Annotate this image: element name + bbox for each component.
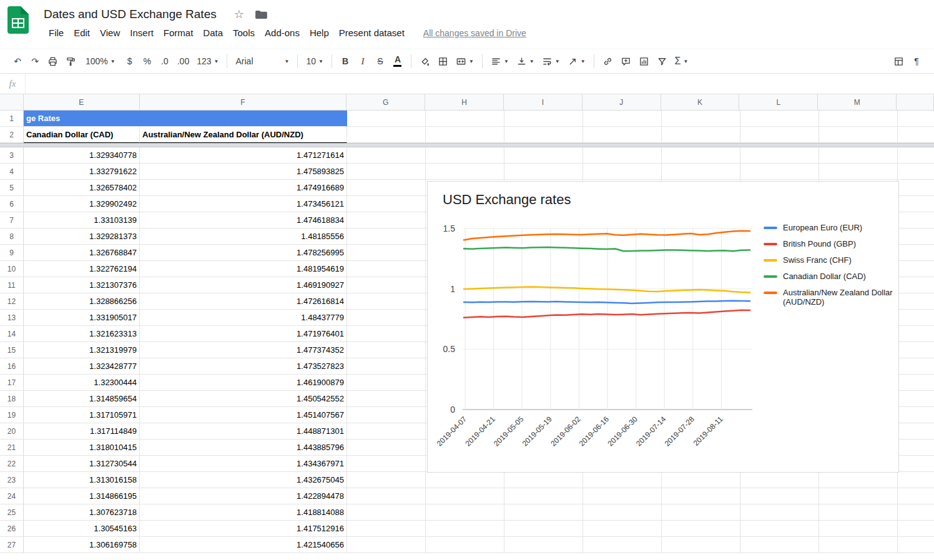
formula-input[interactable] — [26, 74, 934, 94]
column-header-J[interactable]: J — [583, 94, 661, 110]
cell[interactable]: 1.317105971 — [24, 407, 140, 423]
row-header-8[interactable]: 8 — [0, 228, 24, 245]
cell[interactable] — [347, 488, 426, 504]
chart-container[interactable]: USD Exchange rates 00.511.52019-04-07201… — [427, 181, 899, 473]
cell[interactable] — [504, 472, 583, 488]
cell[interactable]: 1.432675045 — [140, 472, 347, 488]
cell[interactable] — [898, 164, 934, 180]
row-header-12[interactable]: 12 — [0, 293, 24, 310]
cell[interactable] — [898, 212, 934, 228]
column-header-L[interactable]: L — [739, 94, 818, 110]
cell[interactable]: 1.448871301 — [140, 423, 347, 440]
cell[interactable]: 1.451407567 — [140, 407, 347, 423]
cell[interactable] — [898, 261, 934, 277]
menu-file[interactable]: File — [44, 26, 69, 40]
cell[interactable]: 1.314859654 — [24, 391, 140, 407]
cell[interactable]: 1.443885796 — [140, 440, 347, 456]
cell[interactable] — [898, 277, 934, 293]
menu-tools[interactable]: Tools — [228, 26, 260, 40]
row-header-23[interactable]: 23 — [0, 472, 24, 488]
row-header-22[interactable]: 22 — [0, 456, 24, 472]
row-header-26[interactable]: 26 — [0, 521, 24, 537]
cell[interactable]: 1.481954619 — [140, 261, 347, 277]
cell[interactable] — [898, 342, 934, 358]
cell[interactable] — [898, 293, 934, 310]
row-header-14[interactable]: 14 — [0, 326, 24, 342]
cell[interactable] — [504, 127, 583, 143]
column-header-partial[interactable] — [897, 94, 934, 110]
cell[interactable] — [426, 521, 504, 537]
cell[interactable] — [662, 504, 740, 521]
cell[interactable] — [898, 521, 934, 537]
cell[interactable]: 1.328866256 — [24, 293, 140, 310]
row-header-24[interactable]: 24 — [0, 488, 24, 504]
cell[interactable] — [583, 488, 662, 504]
column-header-G[interactable]: G — [347, 94, 425, 110]
row-header-6[interactable]: 6 — [0, 196, 24, 212]
cell[interactable]: 1.321623313 — [24, 326, 140, 342]
cell[interactable] — [583, 537, 662, 553]
cell[interactable] — [898, 358, 934, 375]
cell[interactable] — [347, 164, 426, 180]
cell[interactable] — [426, 488, 504, 504]
cell[interactable] — [898, 245, 934, 261]
row-header-20[interactable]: 20 — [0, 423, 24, 440]
cell[interactable] — [583, 127, 662, 143]
header-cell-aud-nzd[interactable]: Australian/New Zealand Dollar (AUD/NZD) — [140, 127, 347, 143]
print-button[interactable] — [44, 53, 61, 69]
cell[interactable] — [662, 537, 740, 553]
column-header-I[interactable]: I — [504, 94, 583, 110]
cell[interactable]: 1.318010415 — [24, 440, 140, 456]
cell[interactable] — [898, 456, 934, 472]
row-header-18[interactable]: 18 — [0, 391, 24, 407]
cell[interactable] — [347, 127, 426, 143]
currency-format-button[interactable]: $ — [122, 53, 138, 69]
percent-format-button[interactable]: % — [139, 53, 155, 69]
column-header-F[interactable]: F — [140, 94, 347, 110]
cell[interactable]: 1.33103139 — [24, 212, 140, 228]
cell[interactable]: 1.417512916 — [140, 521, 347, 537]
menu-present-dataset[interactable]: Present dataset — [334, 26, 410, 40]
cell[interactable] — [347, 521, 426, 537]
cell[interactable]: 1.421540656 — [140, 537, 347, 553]
cell[interactable] — [347, 407, 426, 423]
cell[interactable]: 1.473456121 — [140, 196, 347, 212]
cell[interactable] — [819, 127, 898, 143]
cell[interactable] — [819, 164, 898, 180]
cell[interactable] — [662, 472, 740, 488]
cell[interactable]: 1.329281373 — [24, 228, 140, 245]
cell[interactable] — [426, 164, 504, 180]
cell[interactable]: 1.307623718 — [24, 504, 140, 521]
cell[interactable] — [504, 488, 583, 504]
fill-color-button[interactable] — [416, 53, 433, 69]
cell[interactable] — [347, 342, 426, 358]
row-header-7[interactable]: 7 — [0, 212, 24, 228]
cell[interactable] — [583, 472, 662, 488]
menu-view[interactable]: View — [95, 26, 125, 40]
cell[interactable] — [898, 228, 934, 245]
cell[interactable]: 1.472616814 — [140, 293, 347, 310]
cell[interactable]: 1.461900879 — [140, 375, 347, 391]
row-header-17[interactable]: 17 — [0, 375, 24, 391]
cell[interactable] — [504, 521, 583, 537]
filter-button[interactable] — [654, 53, 671, 69]
insert-comment-button[interactable] — [617, 53, 634, 69]
cell[interactable] — [347, 245, 426, 261]
select-all-corner[interactable] — [0, 94, 24, 110]
cell[interactable] — [740, 127, 819, 143]
row-header-25[interactable]: 25 — [0, 504, 24, 521]
cell[interactable]: 1.321319979 — [24, 342, 140, 358]
cell[interactable] — [347, 456, 426, 472]
cell[interactable] — [740, 472, 819, 488]
cell[interactable]: 1.332791622 — [24, 164, 140, 180]
cell[interactable] — [740, 111, 819, 127]
column-header-M[interactable]: M — [818, 94, 897, 110]
cell[interactable]: 1.48185556 — [140, 228, 347, 245]
row-header-5[interactable]: 5 — [0, 180, 24, 196]
cell[interactable] — [347, 310, 426, 326]
cell[interactable] — [583, 504, 662, 521]
cell[interactable] — [898, 196, 934, 212]
column-header-K[interactable]: K — [661, 94, 740, 110]
bold-button[interactable]: B — [337, 53, 353, 69]
cell[interactable] — [898, 326, 934, 342]
